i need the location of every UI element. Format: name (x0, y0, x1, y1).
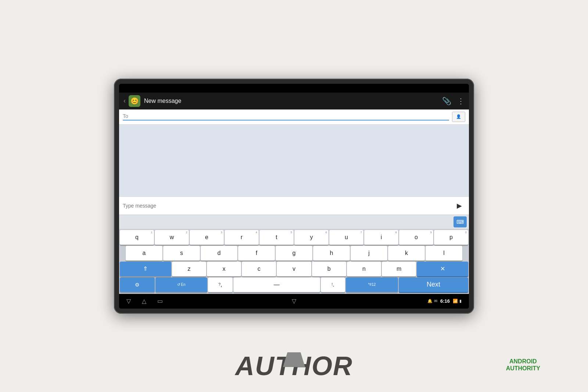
send-icon: ▶ (457, 202, 462, 210)
more-options-icon[interactable]: ⋮ (457, 97, 465, 105)
symbols-key[interactable]: *#12 (346, 277, 398, 293)
back-button[interactable]: ‹ (123, 97, 126, 105)
android-ui: ‹ 😊 New message 📎 ⋮ 👤 (119, 93, 469, 309)
notification-icon: 🔔 (427, 299, 433, 303)
key-b[interactable]: b (312, 262, 346, 277)
backspace-icon: ✕ (440, 265, 445, 272)
key-w[interactable]: w2 (155, 230, 189, 245)
language-key[interactable]: ↺ En (155, 277, 208, 293)
app-header: ‹ 😊 New message 📎 ⋮ (119, 93, 469, 109)
key-l[interactable]: l (426, 246, 462, 261)
shift-key[interactable]: ⇑ (120, 262, 171, 277)
nav-left-buttons: ▽ △ ▭ (126, 298, 163, 305)
nav-center: ▽ (292, 298, 296, 305)
key-x[interactable]: x (207, 262, 241, 277)
settings-key[interactable]: ⚙ (120, 277, 155, 293)
to-field-container: 👤 (119, 109, 469, 125)
battery-icon: ▮ (459, 299, 462, 303)
keyboard-down-icon: ⌨ (456, 219, 464, 225)
space-key[interactable]: — (233, 277, 320, 293)
key-n[interactable]: n (347, 262, 381, 277)
contact-icon: 👤 (456, 114, 461, 119)
keyboard-toggle-button[interactable]: ⌨ (453, 216, 467, 227)
keyboard-row-4: ⚙ ↺ En ? , — ! (120, 277, 468, 293)
key-u[interactable]: u7 (329, 230, 363, 245)
key-c[interactable]: c (242, 262, 276, 277)
attach-icon[interactable]: 📎 (442, 97, 451, 105)
header-actions: 📎 ⋮ (442, 97, 465, 105)
navigation-bar: ▽ △ ▭ ▽ 🔔 ✉ 6:16 📶 ▮ (119, 294, 469, 309)
key-r[interactable]: r4 (225, 230, 259, 245)
key-i[interactable]: i8 (364, 230, 398, 245)
connectivity-icons: 📶 ▮ (453, 299, 462, 303)
tablet-screen: ‹ 😊 New message 📎 ⋮ 👤 (119, 84, 469, 309)
keyboard-area: q1 w2 e3 r4 t5 y6 u7 i8 o9 p0 a s (119, 229, 469, 294)
key-o[interactable]: o9 (399, 230, 433, 245)
key-s[interactable]: s (163, 246, 200, 261)
wifi-icon: 📶 (453, 299, 458, 303)
email-icon: ✉ (434, 299, 437, 303)
nav-back-button[interactable]: ▽ (126, 298, 131, 305)
shift-icon: ⇑ (143, 265, 148, 272)
compose-area: 👤 ▶ ⌨ (119, 109, 469, 294)
send-button[interactable]: ▶ (453, 200, 465, 212)
app-icon: 😊 (129, 95, 140, 107)
message-body-area[interactable] (119, 125, 469, 197)
key-e[interactable]: e3 (190, 230, 224, 245)
next-key[interactable]: Next (399, 277, 468, 293)
header-title: New message (144, 98, 442, 104)
to-input[interactable] (123, 113, 449, 121)
top-status-bar (119, 84, 469, 93)
backspace-key[interactable]: ✕ (417, 262, 468, 277)
keyboard-row-2: a s d f g h j k l (126, 246, 462, 261)
nav-right-status: 🔔 ✉ 6:16 📶 ▮ (427, 298, 462, 304)
key-p[interactable]: p0 (434, 230, 468, 245)
key-v[interactable]: v (277, 262, 311, 277)
key-q[interactable]: q1 (120, 230, 154, 245)
keyboard-toggle-row: ⌨ (119, 215, 469, 229)
status-icons: 🔔 ✉ (427, 299, 437, 303)
key-period[interactable]: ! . (321, 277, 345, 293)
key-h[interactable]: h (313, 246, 350, 261)
tablet-shell: ‹ 😊 New message 📎 ⋮ 👤 (114, 79, 474, 314)
key-k[interactable]: k (388, 246, 425, 261)
nav-home-button[interactable]: △ (142, 298, 146, 305)
message-input[interactable] (123, 203, 453, 209)
status-time: 6:16 (440, 298, 450, 304)
key-z[interactable]: z (172, 262, 206, 277)
key-g[interactable]: g (276, 246, 312, 261)
key-f[interactable]: f (238, 246, 275, 261)
key-a[interactable]: a (126, 246, 162, 261)
key-comma[interactable]: ? , (208, 277, 232, 293)
type-message-container: ▶ (119, 197, 469, 215)
key-t[interactable]: t5 (259, 230, 294, 245)
key-d[interactable]: d (201, 246, 237, 261)
keyboard-row-3: ⇑ z x c v b n m ✕ (120, 262, 468, 277)
contact-picker-button[interactable]: 👤 (452, 112, 465, 122)
keyboard-row-1: q1 w2 e3 r4 t5 y6 u7 i8 o9 p0 (120, 230, 468, 245)
key-y[interactable]: y6 (294, 230, 329, 245)
nav-recents-button[interactable]: ▭ (157, 298, 163, 305)
hide-keyboard-button[interactable]: ▽ (292, 298, 296, 305)
key-j[interactable]: j (351, 246, 387, 261)
key-m[interactable]: m (382, 262, 416, 277)
